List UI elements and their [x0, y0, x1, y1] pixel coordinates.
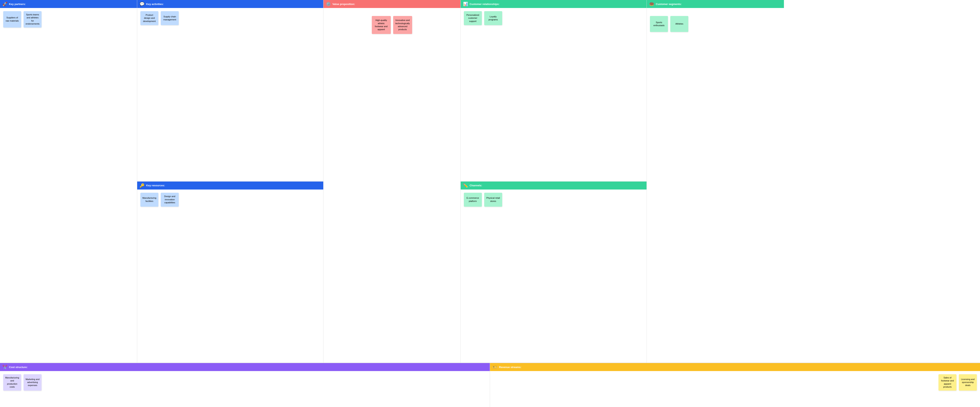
customer-segments-icon: 🍩 — [649, 2, 654, 6]
cost-structure-column: ✂️ Cost structure: Manufacturing and pro… — [0, 363, 490, 407]
card-sports-enthusiasts[interactable]: Sports enthusiasts — [650, 16, 668, 32]
value-proposition-icon: ⚙️ — [326, 2, 331, 6]
card-sports-teams[interactable]: Sports teams and athletes for endorsemen… — [24, 11, 41, 27]
card-high-quality[interactable]: High-quality athletic footwear and appar… — [372, 16, 391, 34]
channels-title: Channels: — [469, 184, 482, 187]
channels-content: E-commerce platform Physical retail stor… — [461, 189, 647, 363]
cost-structure-content: Manufacturing and production costs Marke… — [0, 371, 490, 407]
key-partners-title: Key partners: — [9, 3, 26, 6]
key-partners-column: 🚀 Key partners: Suppliers of raw materia… — [0, 0, 137, 362]
key-activities-sub: 💬 Key activities: Product design and dev… — [137, 0, 323, 181]
key-partners-icon: 🚀 — [2, 2, 7, 6]
key-activities-content: Product design and development Supply ch… — [137, 8, 323, 181]
customer-rel-icon: 📊 — [463, 2, 468, 6]
cost-structure-icon: ✂️ — [2, 365, 7, 369]
key-partners-header: 🚀 Key partners: — [0, 0, 137, 8]
card-licensing[interactable]: Licensing and sponsorship deals — [959, 374, 977, 391]
revenue-streams-column: 🎫 Revenue streams: Sales of footwear and… — [490, 363, 980, 407]
customer-relationships-column: 📊 Customer relationships: Personalized c… — [461, 0, 647, 362]
revenue-streams-header: 🎫 Revenue streams: — [490, 363, 980, 371]
card-suppliers[interactable]: Suppliers of raw materials — [3, 11, 21, 27]
value-proposition-column: ⚙️ Value proposition: High-quality athle… — [323, 0, 461, 362]
customer-rel-content: Personalized customer support Loyalty pr… — [461, 8, 647, 181]
card-manufacturing-costs[interactable]: Manufacturing and production costs — [3, 374, 21, 391]
value-proposition-header: ⚙️ Value proposition: — [323, 0, 460, 8]
value-proposition-title: Value proposition: — [332, 3, 355, 6]
channels-sub: ✏️ Channels: E-commerce platform Physica… — [461, 181, 647, 363]
value-proposition-content: High-quality athletic footwear and appar… — [323, 8, 460, 362]
customer-rel-header: 📊 Customer relationships: — [461, 0, 647, 8]
customer-segments-title: Customer segments: — [656, 3, 681, 6]
card-personalized-support[interactable]: Personalized customer support — [464, 11, 482, 25]
card-physical-retail[interactable]: Physical retail stores — [484, 193, 502, 207]
revenue-streams-content: Sales of footwear and apparel products L… — [490, 371, 980, 407]
customer-segments-header: 🍩 Customer segments: — [647, 0, 784, 8]
bottom-section: ✂️ Cost structure: Manufacturing and pro… — [0, 363, 980, 407]
card-ecommerce[interactable]: E-commerce platform — [464, 193, 482, 207]
key-resources-sub: 🔑 Key resources: Manufacturing facilitie… — [137, 181, 323, 363]
card-design-innovation[interactable]: Design and innovation capabilities — [161, 193, 179, 207]
card-athletes[interactable]: Athletes — [670, 16, 688, 32]
card-loyalty-programs[interactable]: Loyalty programs — [484, 11, 502, 25]
customer-segments-column: 🍩 Customer segments: Sports enthusiasts … — [647, 0, 784, 362]
key-partners-content: Suppliers of raw materials Sports teams … — [0, 8, 137, 362]
revenue-streams-title: Revenue streams: — [499, 366, 521, 369]
key-resources-header: 🔑 Key resources: — [137, 181, 323, 189]
key-resources-icon: 🔑 — [140, 183, 145, 188]
customer-rel-sub: 📊 Customer relationships: Personalized c… — [461, 0, 647, 181]
key-resources-title: Key resources: — [146, 184, 165, 187]
card-marketing-advertising[interactable]: Marketing and advertising expenses — [24, 374, 41, 391]
key-activities-column: 💬 Key activities: Product design and dev… — [137, 0, 323, 362]
card-sales-footwear[interactable]: Sales of footwear and apparel products — [939, 374, 956, 391]
key-activities-title: Key activities: — [146, 3, 164, 6]
customer-rel-title: Customer relationships: — [469, 3, 500, 6]
card-innovative[interactable]: Innovative and technologically advanced … — [393, 16, 412, 34]
key-activities-header: 💬 Key activities: — [137, 0, 323, 8]
revenue-streams-icon: 🎫 — [492, 365, 497, 369]
card-product-design[interactable]: Product design and development — [140, 11, 158, 25]
business-model-canvas: 🚀 Key partners: Suppliers of raw materia… — [0, 0, 980, 407]
customer-segments-content: Sports enthusiasts Athletes — [647, 8, 784, 362]
key-activities-icon: 💬 — [140, 2, 145, 6]
cost-structure-header: ✂️ Cost structure: — [0, 363, 490, 371]
card-supply-chain[interactable]: Supply chain management — [161, 11, 179, 25]
cost-structure-title: Cost structure: — [9, 366, 27, 369]
card-manufacturing[interactable]: Manufacturing facilities — [140, 193, 158, 207]
channels-icon: ✏️ — [463, 183, 468, 188]
channels-header: ✏️ Channels: — [461, 181, 647, 189]
top-section: 🚀 Key partners: Suppliers of raw materia… — [0, 0, 980, 363]
key-resources-content: Manufacturing facilities Design and inno… — [137, 189, 323, 363]
